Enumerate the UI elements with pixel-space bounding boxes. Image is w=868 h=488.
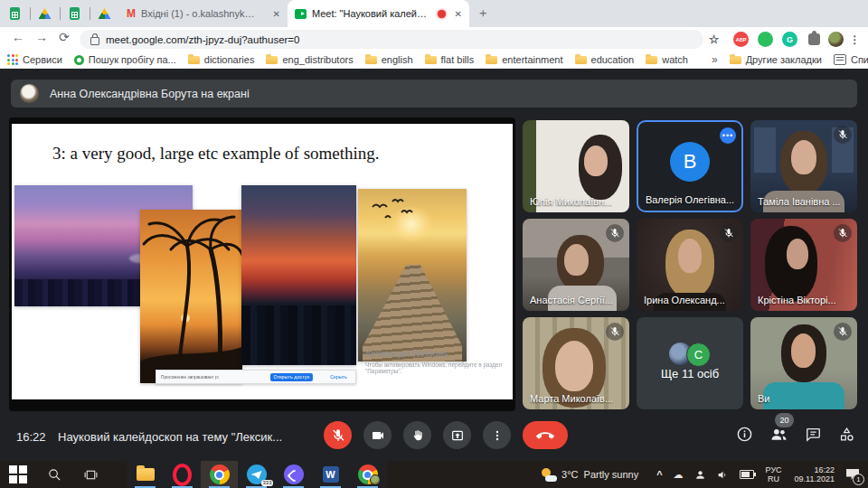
recording-dot-icon	[438, 10, 446, 18]
site-icon	[74, 55, 84, 65]
browser-toolbar: ← → ⟳ meet.google.com/zth-jpyz-duj?authu…	[0, 27, 868, 52]
tab-gmail[interactable]: M Вхідні (1) - o.kalashnyk@kubg.ed ✕	[119, 0, 288, 27]
tile-menu-button[interactable]: •••	[720, 127, 736, 144]
bookmark-star-icon[interactable]: ☆	[706, 32, 722, 47]
start-button[interactable]	[0, 461, 36, 488]
taskbar-file-explorer[interactable]	[127, 461, 164, 488]
browser-menu-icon[interactable]: ⋮	[847, 32, 863, 47]
volume-icon[interactable]	[717, 469, 729, 481]
taskbar-telegram[interactable]: 333	[238, 461, 275, 488]
pinned-tab-sheets-2[interactable]	[60, 0, 90, 27]
notification-count-badge: 1	[853, 474, 864, 485]
contact-icon[interactable]	[694, 469, 706, 481]
taskbar-chrome-active[interactable]	[201, 461, 238, 488]
participant-name: Марта Миколаїв...	[530, 393, 613, 404]
pinned-tab-drive[interactable]	[30, 0, 60, 27]
slide-photo-palm-sunset	[140, 210, 242, 383]
reload-button[interactable]: ⟳	[59, 30, 70, 44]
bookmark-folder[interactable]: education	[575, 54, 635, 65]
search-icon	[47, 467, 62, 483]
battery-icon[interactable]	[740, 470, 754, 479]
other-bookmarks[interactable]: Другие закладки	[730, 54, 822, 65]
profile-avatar[interactable]	[828, 32, 844, 47]
participant-tile[interactable]: Таміла Іванівна ...	[750, 120, 857, 212]
taskbar-clock[interactable]: 16:2209.11.2021	[795, 465, 835, 483]
bookmark-folder[interactable]: flat bills	[425, 54, 475, 65]
address-bar[interactable]: meet.google.com/zth-jpyz-duj?authuser=0	[80, 30, 703, 49]
chrome-icon	[210, 465, 230, 484]
participant-tile[interactable]: Крістіна Вікторі...	[750, 219, 857, 311]
participant-grid: Юлія Миколаївн... В ••• Валерія Олегівна…	[523, 120, 857, 409]
windows-activation-sub: Чтобы активировать Windows, перейдите в …	[365, 361, 502, 374]
mic-muted-icon	[606, 224, 624, 242]
taskbar-viber[interactable]	[275, 461, 312, 488]
new-tab-button[interactable]: ＋	[476, 5, 489, 22]
raise-hand-button[interactable]	[403, 421, 431, 449]
weather-text[interactable]: 3°C Partly sunny	[561, 469, 638, 480]
forward-button[interactable]: →	[35, 30, 48, 44]
screen: M Вхідні (1) - o.kalashnyk@kubg.ed ✕ Mee…	[0, 0, 868, 488]
bookmark-item[interactable]: Пошук пробігу па...	[74, 54, 176, 65]
pinned-tab-drive-2[interactable]	[90, 0, 119, 27]
participant-tile[interactable]: Анастасія Сергії...	[523, 219, 629, 311]
more-options-button[interactable]	[483, 421, 511, 449]
windows-activation-watermark: Активация Windows	[365, 349, 448, 359]
onedrive-cloud-icon[interactable]: ☁	[674, 469, 684, 481]
language-indicator[interactable]: РУСRU	[766, 465, 782, 483]
participant-tile-active-speaker[interactable]: В ••• Валерія Олегівна...	[637, 120, 743, 212]
mic-toggle-button-muted[interactable]	[324, 421, 352, 449]
taskbar-word[interactable]: W	[312, 461, 349, 488]
telegram-unread-badge: 333	[261, 480, 273, 486]
folder-icon	[575, 56, 587, 64]
bookmarks-bar: Сервиси Пошук пробігу па... dictionaries…	[0, 52, 868, 69]
reading-list[interactable]: Список для чтения	[834, 54, 868, 65]
weather-icon[interactable]	[541, 468, 557, 482]
tray-chevron-icon[interactable]: ^	[656, 469, 662, 480]
participant-name: Ви	[758, 393, 769, 404]
overflow-participants-tile[interactable]: С Ще 11 осіб	[637, 317, 743, 409]
participants-icon[interactable]	[769, 425, 788, 444]
participant-tile[interactable]: Ірина Олександ...	[637, 219, 743, 311]
pinned-tab-sheets[interactable]	[0, 0, 30, 27]
camera-toggle-button[interactable]	[363, 421, 392, 449]
activities-icon[interactable]	[838, 426, 855, 443]
chat-icon[interactable]	[805, 426, 822, 443]
extensions-puzzle-icon[interactable]	[808, 33, 820, 45]
participant-name: Анастасія Сергії...	[530, 295, 613, 305]
task-view-button[interactable]	[72, 461, 108, 488]
gmail-icon: M	[127, 7, 136, 20]
adblock-extension-icon[interactable]: ABP	[733, 32, 749, 47]
mic-muted-icon	[834, 224, 852, 242]
participant-tile[interactable]: Юлія Миколаївн...	[523, 120, 629, 212]
tab-meet-active[interactable]: Meet: "Науковий калейдоск ✕	[288, 0, 469, 27]
present-screen-button[interactable]	[443, 421, 471, 449]
bookmark-folder[interactable]: eng_distributors	[266, 54, 353, 65]
meeting-info-icon[interactable]	[736, 426, 753, 443]
taskbar-search-button[interactable]	[36, 461, 72, 488]
bookmark-folder[interactable]: dictionaries	[188, 54, 255, 65]
end-call-button[interactable]	[523, 421, 568, 449]
bookmark-folder[interactable]: english	[365, 54, 413, 65]
grammarly-extension-icon[interactable]: G	[782, 32, 797, 47]
folder-icon	[730, 56, 741, 64]
close-icon[interactable]: ✕	[455, 9, 462, 19]
meeting-time: 16:22	[16, 430, 46, 444]
back-button[interactable]: ←	[12, 30, 24, 44]
bookmark-apps[interactable]: Сервиси	[7, 54, 62, 65]
participant-tile[interactable]: Марта Миколаїв...	[523, 317, 629, 409]
participant-name: Юлія Миколаївн...	[530, 196, 612, 207]
participant-name: Ірина Олександ...	[644, 295, 725, 305]
taskbar-opera[interactable]	[164, 461, 201, 488]
self-view-tile[interactable]: Ви	[750, 317, 857, 409]
windows-logo-icon	[9, 465, 27, 483]
bookmark-folder[interactable]: watch	[646, 54, 688, 65]
task-view-icon	[83, 467, 99, 483]
taskbar-chrome-profile[interactable]	[349, 461, 386, 488]
participant-name: Таміла Іванівна ...	[758, 196, 841, 207]
folder-icon	[365, 56, 377, 64]
mic-muted-icon	[834, 323, 852, 341]
bookmark-folder[interactable]: entertainment	[486, 54, 562, 65]
close-icon[interactable]: ✕	[273, 9, 280, 19]
evernote-extension-icon[interactable]	[758, 32, 773, 47]
bookmarks-overflow-chevron[interactable]: »	[712, 53, 718, 66]
